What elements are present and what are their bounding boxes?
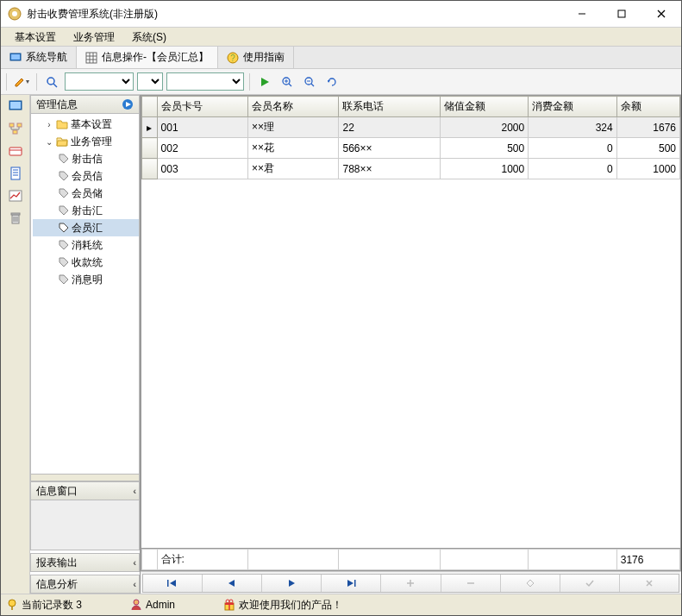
help-icon: ? <box>227 52 239 64</box>
tree-child-6[interactable]: 收款统 <box>33 254 139 271</box>
col-spend[interactable]: 消费金额 <box>529 97 617 117</box>
monitor-icon[interactable] <box>7 98 24 114</box>
tree-child-3[interactable]: 射击汇 <box>33 202 139 219</box>
status-welcome: 欢迎使用我们的产品！ <box>223 598 342 613</box>
nav-last[interactable] <box>322 575 381 592</box>
table-row[interactable]: 002××花566××5000500 <box>142 138 680 159</box>
menu-system[interactable]: 系统(S) <box>123 28 175 46</box>
tree-child-4[interactable]: 会员汇 <box>33 219 139 236</box>
tab-nav[interactable]: 系统导航 <box>1 47 77 68</box>
close-button[interactable] <box>641 1 681 27</box>
edit-button[interactable]: ▾ <box>12 72 31 91</box>
menu-basic[interactable]: 基本设置 <box>6 28 65 46</box>
cell-deposit[interactable]: 1000 <box>440 159 529 179</box>
tab-info-op[interactable]: 信息操作-【会员汇总】 <box>77 47 218 68</box>
filter-combo-2[interactable] <box>137 72 163 91</box>
cell-card[interactable]: 002 <box>157 138 247 159</box>
tree-business[interactable]: ⌄ 业务管理 <box>33 133 139 150</box>
card-icon[interactable] <box>7 143 24 159</box>
col-deposit[interactable]: 储值金额 <box>440 97 529 117</box>
cell-deposit[interactable]: 2000 <box>440 117 529 138</box>
cell-deposit[interactable]: 500 <box>440 138 529 159</box>
tag-icon <box>59 240 69 250</box>
nav-cancel[interactable] <box>620 575 679 592</box>
col-name[interactable]: 会员名称 <box>248 97 339 117</box>
cell-phone[interactable]: 22 <box>339 117 440 138</box>
minimize-button[interactable] <box>562 1 602 27</box>
maximize-button[interactable] <box>602 1 641 27</box>
nav-edit[interactable] <box>501 575 560 592</box>
status-records-label: 当前记录数 3 <box>22 598 82 613</box>
search-button[interactable] <box>42 72 61 91</box>
data-grid[interactable]: 会员卡号 会员名称 联系电话 储值金额 消费金额 余额 ▸001××理22200… <box>141 96 680 179</box>
cell-spend[interactable]: 324 <box>529 117 617 138</box>
tag-icon <box>59 274 69 285</box>
cell-card[interactable]: 001 <box>157 117 247 138</box>
cell-name[interactable]: ××理 <box>248 117 339 138</box>
filter-combo-3[interactable] <box>166 72 244 91</box>
col-card[interactable]: 会员卡号 <box>157 97 247 117</box>
cell-phone[interactable]: 566×× <box>339 138 440 159</box>
tree-basic-settings[interactable]: › 基本设置 <box>33 116 139 133</box>
tag-icon <box>59 223 69 233</box>
monitor-icon <box>9 52 22 64</box>
expand-icon[interactable]: › <box>45 120 53 129</box>
chart-icon[interactable] <box>7 188 24 204</box>
zoom-out-button[interactable] <box>300 72 319 91</box>
nav-first[interactable] <box>143 575 203 592</box>
cell-balance[interactable]: 1000 <box>616 159 679 179</box>
report-output-header[interactable]: 报表输出 ‹‹ <box>30 553 140 572</box>
cell-balance[interactable]: 500 <box>616 138 679 159</box>
chevron-left-icon: ‹‹ <box>133 558 134 568</box>
tab-nav-label: 系统导航 <box>26 50 67 65</box>
tag-icon <box>59 154 69 164</box>
tree-child-1[interactable]: 会员信 <box>33 167 139 185</box>
play-icon <box>122 98 134 110</box>
cell-card[interactable]: 003 <box>157 159 247 179</box>
nav-next[interactable] <box>262 575 322 592</box>
tree-child-5[interactable]: 消耗统 <box>33 236 139 254</box>
col-phone[interactable]: 联系电话 <box>339 97 440 117</box>
tag-icon <box>59 171 69 181</box>
cell-name[interactable]: ××君 <box>248 159 339 179</box>
svg-line-19 <box>289 84 291 86</box>
nav-add[interactable] <box>381 575 441 592</box>
tab-guide[interactable]: ? 使用指南 <box>218 47 294 68</box>
cell-spend[interactable]: 0 <box>529 138 617 159</box>
cell-name[interactable]: ××花 <box>248 138 339 159</box>
run-button[interactable] <box>255 72 274 91</box>
col-balance[interactable]: 余额 <box>616 97 679 117</box>
cell-spend[interactable]: 0 <box>529 159 617 179</box>
trash-icon[interactable] <box>7 211 24 226</box>
folder-open-icon <box>56 136 68 147</box>
filter-combo-1[interactable] <box>65 72 134 91</box>
tag-icon <box>59 188 69 198</box>
tree-child-2[interactable]: 会员储 <box>33 185 139 202</box>
titlebar: 射击收费管理系统(非注册版) <box>1 1 681 28</box>
menu-business[interactable]: 业务管理 <box>65 28 123 46</box>
toolbar: ▾ <box>1 69 681 95</box>
nav-remove[interactable] <box>441 575 501 592</box>
info-analysis-header[interactable]: 信息分析 ‹‹ <box>30 575 140 594</box>
refresh-button[interactable] <box>322 72 341 91</box>
app-icon <box>8 7 22 21</box>
tree-child-7[interactable]: 消息明 <box>33 271 139 288</box>
info-analysis-label: 信息分析 <box>36 577 78 592</box>
table-row[interactable]: 003××君788××100001000 <box>142 159 680 179</box>
manage-info-header[interactable]: 管理信息 <box>30 95 140 114</box>
nav-tree: › 基本设置 ⌄ 业务管理 射击信 会员信 会员储 射击汇 会员汇 消耗统 <box>31 114 139 290</box>
tree-label: 收款统 <box>72 255 103 270</box>
table-row[interactable]: ▸001××理2220003241676 <box>142 117 680 138</box>
svg-point-60 <box>9 600 16 607</box>
tree-icon[interactable] <box>7 121 24 136</box>
tree-child-0[interactable]: 射击信 <box>33 150 139 167</box>
doc-icon[interactable] <box>7 166 24 181</box>
collapse-icon[interactable]: ⌄ <box>45 137 53 147</box>
cell-balance[interactable]: 1676 <box>616 117 679 138</box>
info-window-header[interactable]: 信息窗口 ‹‹ <box>30 481 140 500</box>
zoom-in-button[interactable] <box>278 72 297 91</box>
nav-ok[interactable] <box>560 575 620 592</box>
splitter[interactable] <box>30 475 140 481</box>
nav-prev[interactable] <box>203 575 262 592</box>
cell-phone[interactable]: 788×× <box>339 159 440 179</box>
